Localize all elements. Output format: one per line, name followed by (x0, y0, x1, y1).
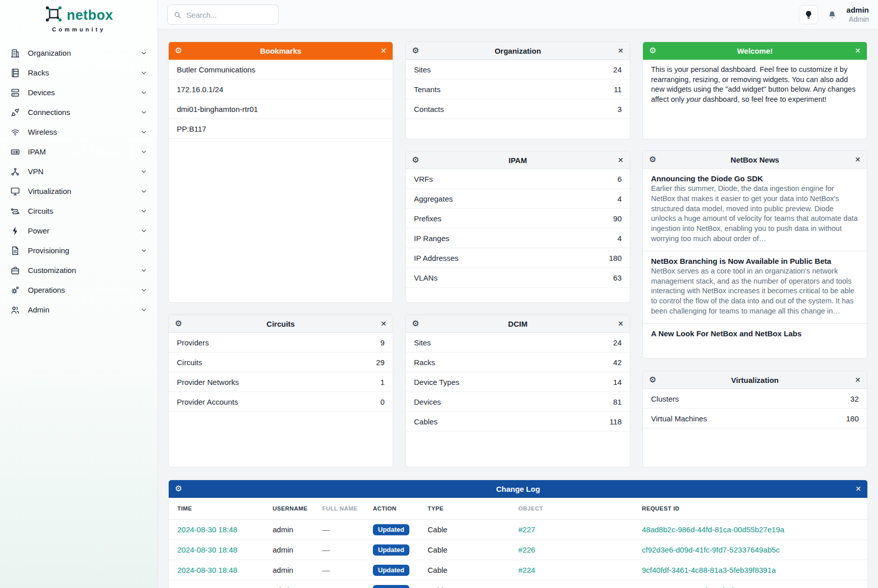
sidebar-item-operations[interactable]: Operations (0, 280, 158, 300)
sidebar-item-provisioning[interactable]: Provisioning (0, 241, 158, 260)
netbox-dashboard: netbox Community Organization Racks Devi… (0, 0, 878, 588)
widget-close-icon[interactable]: ✕ (855, 376, 861, 384)
gears-icon (10, 285, 20, 295)
circuits-widget: ⚙ Circuits ✕ Providers9 Circuits29 Provi… (168, 315, 393, 467)
change-time-link[interactable]: 2024-08-30 18:48 (177, 525, 273, 534)
change-time-link[interactable]: 2024-08-30 18:47 (177, 586, 273, 588)
column-header-object: OBJECT (518, 505, 642, 512)
ipam-widget: ⚙ IPAM ✕ VRFs6 Aggregates4 Prefixes90 IP… (405, 151, 630, 303)
widget-settings-icon[interactable]: ⚙ (175, 485, 182, 493)
stat-row: IP Addresses180 (406, 248, 630, 268)
chevron-down-icon (140, 50, 147, 57)
request-id-link[interactable]: 7a3c4c3a-aca9-47f3-89f6-f89291c997c2 (642, 586, 859, 588)
sidebar-item-ipam[interactable]: IPAM (0, 142, 158, 162)
sidebar-item-racks[interactable]: Racks (0, 63, 158, 83)
ip-address-icon (10, 147, 20, 157)
chevron-down-icon (140, 247, 147, 254)
widget-settings-icon[interactable]: ⚙ (649, 376, 656, 384)
object-link[interactable]: #227 (518, 525, 642, 534)
widget-settings-icon[interactable]: ⚙ (649, 155, 656, 164)
widget-close-icon[interactable]: ✕ (855, 155, 861, 164)
sidebar-item-vpn[interactable]: VPN (0, 162, 158, 181)
widget-close-icon[interactable]: ✕ (855, 47, 861, 55)
widget-close-icon[interactable]: ✕ (855, 485, 861, 493)
widget-settings-icon[interactable]: ⚙ (649, 47, 656, 55)
search-input[interactable] (186, 11, 272, 19)
column-header-request-id: REQUEST ID (642, 505, 859, 512)
chevron-down-icon (140, 148, 147, 155)
sidebar-item-customization[interactable]: Customization (0, 260, 158, 280)
action-badge: Updated (373, 565, 409, 576)
dcim-widget: ⚙ DCIM ✕ Sites24 Racks42 Device Types14 … (405, 315, 630, 467)
sidebar-item-connections[interactable]: Connections (0, 102, 158, 122)
bookmark-link[interactable]: PP:B117 (169, 119, 393, 139)
notifications-button[interactable] (826, 9, 838, 21)
widget-settings-icon[interactable]: ⚙ (175, 47, 182, 55)
stat-row: VRFs6 (406, 169, 630, 189)
changelog-row: 2024-08-30 18:48 admin — Updated Cable #… (169, 560, 867, 580)
object-link[interactable]: #224 (518, 566, 642, 574)
sidebar-item-virtualization[interactable]: Virtualization (0, 181, 158, 201)
object-link[interactable]: #224 (518, 586, 642, 588)
chevron-down-icon (140, 306, 147, 313)
widget-settings-icon[interactable]: ⚙ (412, 320, 419, 328)
change-time-link[interactable]: 2024-08-30 18:48 (177, 566, 273, 574)
chevron-down-icon (140, 89, 147, 96)
theme-toggle-button[interactable] (799, 5, 818, 24)
sidebar-item-circuits[interactable]: Circuits (0, 201, 158, 221)
user-menu[interactable]: admin Admin (847, 6, 869, 24)
widget-settings-icon[interactable]: ⚙ (412, 47, 419, 55)
route-icon (10, 206, 20, 216)
news-item: A New Look For NetBox and NetBox Labs (643, 324, 867, 344)
request-id-link[interactable]: 9cf40fdf-3461-4c88-81a3-5feb39f8391a (642, 566, 859, 574)
widget-settings-icon[interactable]: ⚙ (412, 156, 419, 164)
bookmarks-widget: ⚙ Bookmarks ✕ Butler Communications 172.… (168, 42, 393, 303)
news-item: Announcing the Diode Go SDK Earlier this… (643, 169, 867, 251)
search-box[interactable] (167, 5, 279, 25)
column-header-type: TYPE (428, 505, 518, 512)
news-headline[interactable]: Announcing the Diode Go SDK (651, 174, 859, 183)
sidebar-item-wireless[interactable]: Wireless (0, 122, 158, 142)
virtualization-widget: ⚙ Virtualization ✕ Clusters32 Virtual Ma… (642, 371, 867, 467)
widget-close-icon[interactable]: ✕ (618, 47, 624, 55)
wifi-icon (10, 127, 20, 137)
brand-subtitle: Community (0, 26, 158, 32)
stat-row: IP Ranges4 (406, 228, 630, 248)
chevron-down-icon (140, 168, 147, 175)
chevron-down-icon (140, 287, 147, 294)
sidebar-item-power[interactable]: Power (0, 221, 158, 241)
stat-row: Aggregates4 (406, 189, 630, 209)
column-header-time: TIME (177, 505, 273, 512)
news-headline[interactable]: NetBox Branching is Now Available in Pub… (651, 257, 859, 265)
network-nodes-icon (10, 167, 20, 177)
organization-widget: ⚙ Organization ✕ Sites24 Tenants11 Conta… (405, 42, 630, 139)
widget-settings-icon[interactable]: ⚙ (175, 320, 182, 328)
widget-close-icon[interactable]: ✕ (618, 320, 624, 328)
stat-row: Devices81 (406, 392, 630, 412)
request-id-link[interactable]: cf92d3e6-d09d-41fc-9fd7-52337649ab5c (642, 545, 859, 554)
sidebar-item-admin[interactable]: Admin (0, 300, 158, 320)
change-time-link[interactable]: 2024-08-30 18:48 (177, 545, 273, 554)
sidebar-item-organization[interactable]: Organization (0, 43, 158, 63)
changelog-row: 2024-08-30 18:48 admin — Updated Cable #… (169, 520, 867, 540)
widget-close-icon[interactable]: ✕ (380, 320, 387, 328)
news-headline[interactable]: A New Look For NetBox and NetBox Labs (651, 329, 859, 338)
object-link[interactable]: #226 (518, 545, 642, 554)
sidebar-item-devices[interactable]: Devices (0, 83, 158, 102)
sidebar: netbox Community Organization Racks Devi… (0, 0, 158, 588)
widget-close-icon[interactable]: ✕ (618, 156, 624, 164)
bookmark-link[interactable]: Butler Communications (169, 60, 393, 80)
bookmark-link[interactable]: dmi01-binghamton-rtr01 (169, 99, 393, 119)
action-badge: Updated (373, 524, 409, 535)
stat-row: Racks42 (406, 352, 630, 372)
bookmark-link[interactable]: 172.16.0.1/24 (169, 80, 393, 99)
request-id-link[interactable]: 48ad8b2c-986d-44fd-81ca-00d55b27e19a (642, 525, 859, 534)
search-icon (174, 11, 181, 19)
column-header-username: USERNAME (273, 505, 322, 512)
chevron-down-icon (140, 227, 147, 234)
widget-close-icon[interactable]: ✕ (380, 47, 387, 55)
topbar: admin Admin (158, 0, 878, 29)
brand[interactable]: netbox Community (0, 0, 158, 32)
news-widget: ⚙ NetBox News ✕ Announcing the Diode Go … (642, 150, 867, 359)
stat-row: Cables118 (406, 412, 630, 432)
